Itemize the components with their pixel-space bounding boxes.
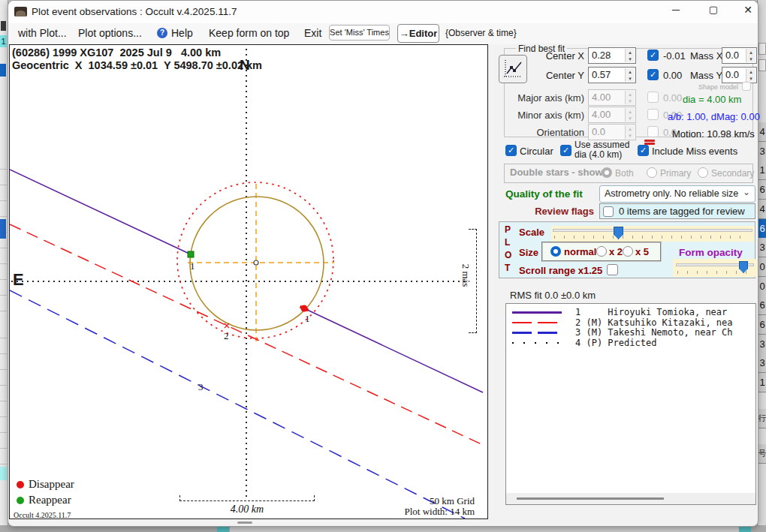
menu-exit[interactable]: Exit	[304, 27, 321, 39]
disappear-label: Disappear	[29, 478, 74, 491]
observer-time-label: {Observer & time}	[445, 28, 517, 38]
bg-left-blue-block-2	[0, 219, 6, 239]
size-x2-label: x 2	[609, 246, 623, 257]
scroll-range-checkbox[interactable]	[607, 264, 618, 275]
size-radio-group: normal x 2 x 5	[541, 242, 662, 262]
double-stars-secondary-label: Secondary	[711, 168, 754, 179]
bg-right-cell: 3	[758, 238, 766, 257]
bg-right-cell: 3	[758, 335, 766, 354]
orientation-value: 0.0	[592, 126, 605, 137]
circular-checkbox[interactable]	[505, 145, 517, 156]
red-line-icon-1	[644, 140, 655, 142]
chord-label: 3	[198, 381, 204, 392]
center-x-fit-value: -0.01	[663, 50, 686, 62]
form-opacity-label: Form opacity	[679, 247, 743, 258]
center-y-input[interactable]: 0.57	[588, 67, 636, 83]
scale-slider[interactable]	[551, 226, 754, 242]
bg-right-cell: 6	[758, 180, 766, 200]
bg-left-text-fragment	[1, 21, 6, 31]
rms-fit-label: RMS fit 0.0 ±0.0 km	[510, 290, 596, 301]
center-marker	[254, 260, 258, 265]
review-flags-checkbox[interactable]	[603, 206, 614, 217]
orientation-spinner	[625, 125, 635, 139]
center-x-spinner[interactable]	[625, 49, 635, 62]
mass-x-spinner[interactable]	[746, 49, 755, 62]
maximize-icon[interactable]: ▢	[701, 4, 726, 20]
size-normal-label: normal	[564, 246, 596, 257]
double-stars-secondary-radio	[698, 167, 708, 178]
plot-canvas[interactable]: 1123 (60286) 1999 XG107 2025 Jul 9 4.00 …	[9, 44, 488, 519]
use-assumed-line1: Use assumed	[574, 140, 629, 150]
scale-label: Scale	[519, 227, 544, 238]
menu-plot-options[interactable]: Plot options...	[78, 27, 142, 39]
center-y-label: Center Y	[530, 70, 584, 81]
bg-left-blue-block-1	[0, 64, 6, 77]
size-x2-radio[interactable]	[596, 246, 607, 257]
app-icon-shape	[16, 11, 26, 17]
use-assumed-checkbox[interactable]	[560, 145, 571, 156]
disappear-dot-icon	[17, 481, 24, 488]
title-bar[interactable]: Plot event observations : Occult v.4.202…	[8, 1, 758, 23]
scroll-range-label: Scroll range x1.25	[519, 265, 602, 276]
observer-list[interactable]: 1 Hiroyuki Tomioka, near2 (M) Katsuhiko …	[505, 303, 756, 505]
observer-line-sample	[512, 311, 562, 314]
size-x5-radio[interactable]	[623, 246, 633, 257]
observer-name: 4 (P) Predicted	[575, 338, 656, 348]
plot-letters: P L O T	[505, 224, 511, 275]
minimize-icon[interactable]: ─	[663, 4, 689, 20]
observer-line-sample	[512, 342, 562, 344]
mas-bracket-tick-top	[469, 229, 477, 230]
bg-right-cell: 3	[758, 142, 766, 161]
center-x-value: 0.28	[592, 50, 611, 61]
mass-y-value: 0.0	[725, 69, 739, 80]
chord-label: 2	[224, 330, 229, 341]
reappear-dot-icon	[17, 497, 24, 504]
shape-model-checkbox[interactable]	[742, 82, 751, 91]
chevron-down-icon: ⌄	[743, 187, 750, 197]
close-icon[interactable]: ✕	[735, 4, 761, 20]
mass-y-label: Mass Y	[690, 70, 722, 81]
minor-axis-input: 4.00	[588, 107, 636, 123]
form-opacity-slider[interactable]	[673, 259, 757, 277]
plot-version-label: Occult 4.2025.11.7	[14, 511, 71, 519]
reappear-label: Reappear	[29, 494, 71, 506]
center-y-fit-checkbox[interactable]	[647, 69, 659, 80]
mass-x-input[interactable]: 0.0	[722, 47, 757, 64]
review-flags-label: Review flags	[525, 206, 594, 217]
dia-label: dia = 4.00 km	[683, 94, 741, 105]
include-miss-checkbox[interactable]	[638, 145, 649, 156]
mass-x-value: 0.0	[725, 50, 739, 61]
quality-combobox[interactable]: Astrometry only. No reliable size ⌄	[599, 185, 755, 203]
motion-label: Motion: 10.98 km/s	[672, 128, 755, 140]
menu-help[interactable]: Help	[171, 27, 193, 39]
ab-dmag-label: a/b: 1.00, dMag: 0.00	[668, 111, 760, 122]
bg-right-cell: 行	[758, 409, 766, 428]
window-resize-handle[interactable]	[237, 521, 252, 524]
menu-keep-on-top[interactable]: Keep form on top	[209, 27, 289, 39]
scale-bracket	[179, 495, 315, 501]
set-miss-times-button[interactable]: Set 'Miss' Times	[329, 25, 390, 41]
size-normal-radio[interactable]	[550, 246, 561, 257]
find-best-fit-button[interactable]	[499, 55, 527, 83]
editor-button[interactable]: →Editor	[397, 24, 439, 43]
help-icon[interactable]: ?	[157, 28, 167, 38]
center-y-spinner[interactable]	[625, 68, 635, 82]
circular-label: Circular	[520, 146, 553, 157]
bg-right-cell: 6	[758, 315, 766, 335]
best-fit-chart-icon	[502, 58, 524, 80]
bg-right-cell: 4	[758, 122, 766, 142]
scale-slider-track	[553, 229, 752, 232]
bg-right-cell: 号	[758, 444, 766, 464]
chord-2	[10, 224, 481, 444]
observer-list-hscrollbar-thumb[interactable]	[517, 497, 664, 500]
observer-line-sample	[512, 322, 562, 324]
center-x-input[interactable]: 0.28	[588, 47, 636, 64]
double-stars-label: Double stars - show	[510, 167, 603, 178]
mass-y-input[interactable]: 0.0	[722, 67, 757, 83]
center-x-fit-checkbox[interactable]	[647, 50, 659, 61]
mas-bracket-tick-bottom	[469, 332, 477, 333]
mass-y-spinner[interactable]	[746, 68, 755, 82]
minor-axis-label: Minor axis (km)	[510, 110, 584, 121]
menu-with-plot[interactable]: with Plot...	[18, 27, 67, 39]
observer-list-hscrollbar[interactable]	[506, 493, 755, 504]
